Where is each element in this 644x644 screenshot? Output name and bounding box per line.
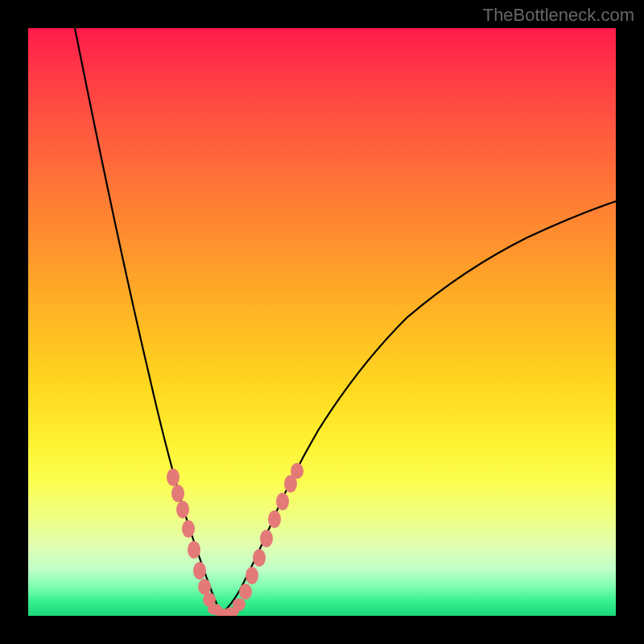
svg-point-12 <box>239 584 252 600</box>
watermark-text: TheBottleneck.com <box>483 5 634 26</box>
svg-point-17 <box>276 493 289 510</box>
svg-point-5 <box>193 562 206 580</box>
chart-container: TheBottleneck.com <box>0 0 644 644</box>
svg-point-16 <box>268 510 281 528</box>
svg-point-1 <box>171 485 184 502</box>
highlight-dots-right <box>233 463 303 611</box>
svg-point-6 <box>198 579 211 595</box>
svg-point-4 <box>188 541 200 559</box>
svg-point-0 <box>167 469 180 486</box>
curve-right-branch <box>221 201 616 613</box>
svg-point-11 <box>233 598 246 611</box>
svg-point-13 <box>246 567 258 584</box>
highlight-dots-left <box>167 469 239 616</box>
svg-point-3 <box>182 520 195 538</box>
curve-left-branch <box>75 28 221 613</box>
svg-point-14 <box>253 549 266 567</box>
plot-area <box>28 28 616 616</box>
curve-overlay <box>28 28 616 616</box>
svg-point-19 <box>291 463 303 479</box>
svg-point-15 <box>260 530 273 547</box>
svg-point-2 <box>176 501 189 518</box>
